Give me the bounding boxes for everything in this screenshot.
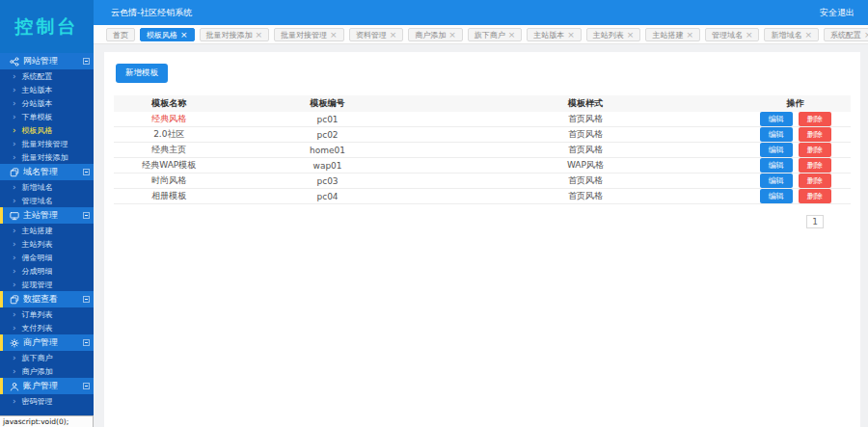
sidebar-item-旗下商户[interactable]: ›旗下商户 xyxy=(0,351,94,364)
sidebar-item-主站搭建[interactable]: ›主站搭建 xyxy=(0,224,94,237)
actions-cell: 编辑删除 xyxy=(740,173,851,189)
tab-10[interactable]: 管理域名× xyxy=(705,28,760,41)
sidebar-item-提现管理[interactable]: ›提现管理 xyxy=(0,278,94,291)
sidebar-item-label: 支付列表 xyxy=(22,323,53,334)
delete-button[interactable]: 删除 xyxy=(799,143,831,157)
sidebar-item-模板风格[interactable]: ›模板风格 xyxy=(0,123,94,137)
tab-close-icon[interactable]: × xyxy=(330,31,338,39)
collapse-minus-icon[interactable] xyxy=(83,58,90,65)
sidebar-section-1[interactable]: 域名管理 xyxy=(0,164,94,180)
sidebar-section-4[interactable]: 商户管理 xyxy=(0,334,94,351)
add-template-button[interactable]: 新增模板 xyxy=(116,64,168,83)
edit-button[interactable]: 编辑 xyxy=(760,189,793,203)
collapse-minus-icon[interactable] xyxy=(83,212,90,219)
tab-11[interactable]: 新增域名× xyxy=(764,28,819,41)
collapse-minus-icon[interactable] xyxy=(83,169,90,175)
browser-status-bar: javascript:void(0); xyxy=(0,415,94,427)
sidebar-item-支付列表[interactable]: ›支付列表 xyxy=(0,321,94,334)
tab-close-icon[interactable]: × xyxy=(180,31,188,39)
delete-button[interactable]: 删除 xyxy=(799,127,831,142)
chevron-right-icon: › xyxy=(13,72,16,80)
sidebar-item-主站列表[interactable]: ›主站列表 xyxy=(0,237,94,251)
tab-8[interactable]: 主站列表× xyxy=(586,28,641,41)
edit-button[interactable]: 编辑 xyxy=(760,112,793,126)
table-row: 经典风格pc01首页风格编辑删除 xyxy=(114,112,851,127)
edit-button[interactable]: 编辑 xyxy=(760,143,793,157)
sidebar-item-主站版本[interactable]: ›主站版本 xyxy=(0,83,94,96)
chevron-right-icon: › xyxy=(13,99,16,107)
chevron-right-icon: › xyxy=(13,113,16,120)
edit-button[interactable]: 编辑 xyxy=(760,173,793,188)
tab-9[interactable]: 主站搭建× xyxy=(645,28,700,41)
table-body: 经典风格pc01首页风格编辑删除2.0社区pc02首页风格编辑删除经典主页hom… xyxy=(114,112,851,204)
tab-close-icon[interactable]: × xyxy=(567,31,575,39)
tab-close-icon[interactable]: × xyxy=(390,31,397,39)
collapse-minus-icon[interactable] xyxy=(83,339,90,346)
tab-4[interactable]: 资料管理× xyxy=(349,28,404,41)
table-row: 时尚风格pc03首页风格编辑删除 xyxy=(114,173,851,189)
tab-label: 旗下商户 xyxy=(475,30,505,40)
template-style-cell: 首页风格 xyxy=(431,127,741,143)
chevron-right-icon: › xyxy=(13,310,16,318)
tab-close-icon[interactable]: × xyxy=(804,31,812,39)
sidebar-item-label: 分站版本 xyxy=(22,98,53,109)
sidebar-item-密码管理[interactable]: ›密码管理 xyxy=(0,394,94,408)
tab-close-icon[interactable]: × xyxy=(448,31,456,39)
sidebar-item-label: 批量对接添加 xyxy=(22,152,68,163)
sidebar-item-管理域名[interactable]: ›管理域名 xyxy=(0,194,94,207)
sidebar-item-系统配置[interactable]: ›系统配置 xyxy=(0,69,94,83)
sidebar-item-分成明细[interactable]: ›分成明细 xyxy=(0,264,94,278)
chevron-right-icon: › xyxy=(13,397,16,405)
sidebar-section-0[interactable]: 网站管理 xyxy=(0,53,94,69)
template-code-cell: pc02 xyxy=(225,127,431,143)
sidebar-item-批量对接管理[interactable]: ›批量对接管理 xyxy=(0,137,94,150)
sidebar-section-5[interactable]: 账户管理 xyxy=(0,378,94,394)
template-name-cell: 相册模板 xyxy=(114,189,225,204)
sidebar-item-佣金明细[interactable]: ›佣金明细 xyxy=(0,251,94,264)
tab-close-icon[interactable]: × xyxy=(508,31,516,39)
actions-cell: 编辑删除 xyxy=(740,158,851,173)
tab-1[interactable]: 模板风格× xyxy=(140,28,195,41)
template-style-cell: 首页风格 xyxy=(431,189,741,204)
tab-2[interactable]: 批量对接添加× xyxy=(200,28,270,41)
tab-label: 批量对接管理 xyxy=(281,30,327,40)
tab-close-icon[interactable]: × xyxy=(864,31,868,39)
sidebar-item-批量对接添加[interactable]: ›批量对接添加 xyxy=(0,150,94,164)
sidebar-item-新增域名[interactable]: ›新增域名 xyxy=(0,180,94,194)
table-header-cell: 模板编号 xyxy=(225,95,431,112)
chevron-right-icon: › xyxy=(13,227,16,234)
tab-label: 系统配置 xyxy=(830,30,861,40)
tab-6[interactable]: 旗下商户× xyxy=(468,28,523,41)
delete-button[interactable]: 删除 xyxy=(799,189,831,203)
edit-button[interactable]: 编辑 xyxy=(760,127,793,142)
sidebar-item-下单模板[interactable]: ›下单模板 xyxy=(0,110,94,123)
page-1-button[interactable]: 1 xyxy=(806,215,824,228)
collapse-minus-icon[interactable] xyxy=(83,383,90,389)
logout-link[interactable]: 安全退出 xyxy=(820,7,854,19)
tab-close-icon[interactable]: × xyxy=(746,31,753,39)
sidebar-section-3[interactable]: 数据查看 xyxy=(0,291,94,307)
tab-bar: 首页模板风格×批量对接添加×批量对接管理×资料管理×商户添加×旗下商户×主站版本… xyxy=(94,25,868,44)
tab-5[interactable]: 商户添加× xyxy=(408,28,463,41)
sidebar-item-label: 商户添加 xyxy=(22,366,53,377)
tab-12[interactable]: 系统配置× xyxy=(824,28,868,41)
monitor-icon xyxy=(10,211,19,221)
tab-7[interactable]: 主站版本× xyxy=(527,28,582,41)
sidebar-section-2[interactable]: 主站管理 xyxy=(0,207,94,224)
tab-close-icon[interactable]: × xyxy=(627,31,635,39)
delete-button[interactable]: 删除 xyxy=(799,158,831,173)
tab-close-icon[interactable]: × xyxy=(686,31,693,39)
sidebar-item-商户添加[interactable]: ›商户添加 xyxy=(0,364,94,378)
delete-button[interactable]: 删除 xyxy=(799,173,831,188)
edit-button[interactable]: 编辑 xyxy=(760,158,793,173)
delete-button[interactable]: 删除 xyxy=(799,112,831,126)
sidebar-item-分站版本[interactable]: ›分站版本 xyxy=(0,96,94,110)
tab-0[interactable]: 首页 xyxy=(106,28,135,41)
actions-cell: 编辑删除 xyxy=(740,112,851,127)
sidebar-item-label: 管理域名 xyxy=(22,196,53,206)
collapse-minus-icon[interactable] xyxy=(83,296,90,303)
tab-close-icon[interactable]: × xyxy=(256,31,263,39)
template-code-cell: pc03 xyxy=(225,173,431,189)
tab-3[interactable]: 批量对接管理× xyxy=(274,28,344,41)
sidebar-item-订单列表[interactable]: ›订单列表 xyxy=(0,307,94,321)
